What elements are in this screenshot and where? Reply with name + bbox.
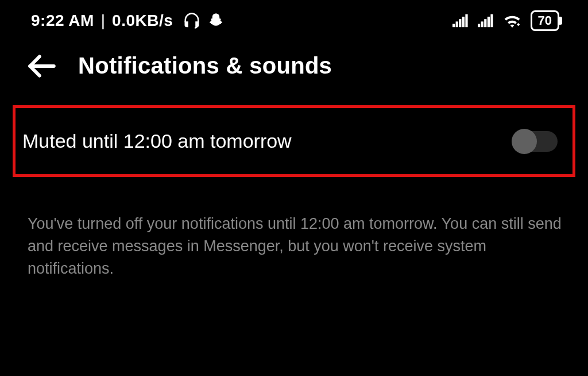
svg-rect-9	[490, 14, 493, 27]
svg-rect-0	[452, 24, 455, 28]
svg-rect-6	[481, 21, 483, 27]
svg-rect-3	[462, 17, 464, 27]
mute-setting-label: Muted until 12:00 am tomorrow	[22, 130, 292, 152]
headphones-icon	[183, 12, 200, 29]
mute-toggle[interactable]	[513, 131, 558, 152]
mute-description: You've turned off your notifications unt…	[0, 177, 588, 280]
svg-rect-8	[487, 17, 489, 27]
wifi-icon	[503, 13, 521, 28]
status-right: 70	[452, 10, 559, 31]
toggle-knob	[512, 129, 537, 154]
status-separator: |	[101, 11, 105, 30]
page-title: Notifications & sounds	[78, 53, 332, 79]
signal-icon-2	[478, 14, 494, 28]
svg-rect-7	[484, 19, 486, 27]
status-time: 9:22 AM	[31, 11, 94, 30]
svg-rect-1	[455, 21, 458, 27]
mute-setting-row[interactable]: Muted until 12:00 am tomorrow	[13, 105, 575, 177]
battery-indicator: 70	[531, 10, 559, 31]
signal-icon-1	[452, 14, 469, 28]
svg-rect-5	[478, 24, 480, 28]
status-left: 9:22 AM | 0.0KB/s	[31, 11, 225, 30]
svg-rect-4	[465, 14, 467, 27]
page-header: Notifications & sounds	[0, 37, 588, 98]
snapchat-icon	[207, 12, 225, 29]
svg-rect-2	[459, 19, 461, 27]
status-bar: 9:22 AM | 0.0KB/s	[0, 0, 588, 37]
back-arrow-icon[interactable]	[28, 55, 56, 78]
battery-level: 70	[538, 13, 552, 28]
status-data-rate: 0.0KB/s	[112, 11, 173, 30]
